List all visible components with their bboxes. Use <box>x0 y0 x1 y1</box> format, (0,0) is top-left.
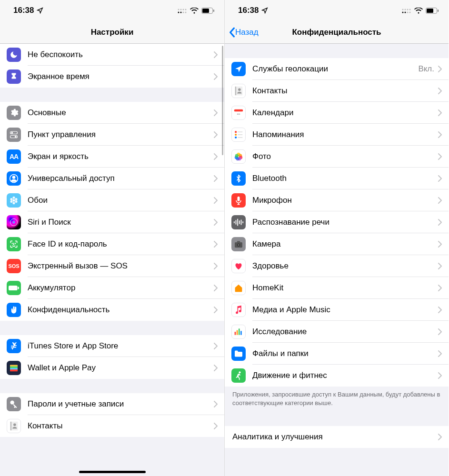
row-contacts[interactable]: Контакты <box>0 415 224 437</box>
svg-point-6 <box>183 9 184 10</box>
aa-icon: AA <box>7 149 21 164</box>
contacts-icon <box>7 419 21 433</box>
heart-icon <box>231 259 246 273</box>
svg-point-1 <box>180 12 182 13</box>
row-research[interactable]: Исследование <box>225 321 449 343</box>
switches-icon <box>7 128 21 142</box>
row-label: Камера <box>252 239 438 249</box>
row-label: Bluetooth <box>252 174 438 183</box>
row-faceid[interactable]: Face ID и код-пароль <box>0 233 224 255</box>
row-display[interactable]: AAЭкран и яркость <box>0 146 224 168</box>
row-siri[interactable]: Siri и Поиск <box>0 211 224 233</box>
battery-icon <box>7 281 21 295</box>
person-circle-icon <box>7 171 21 186</box>
row-label: Аналитика и улучшения <box>232 432 438 442</box>
chevron-right-icon <box>438 131 442 138</box>
row-label: Wallet и Apple Pay <box>28 363 214 373</box>
reminders-icon <box>231 128 246 142</box>
svg-point-3 <box>185 12 187 13</box>
group-footer: Приложения, запросившие доступ к Вашим д… <box>225 387 449 412</box>
chevron-right-icon <box>214 285 218 291</box>
chevron-right-icon <box>438 307 442 313</box>
chevron-right-icon <box>214 263 218 269</box>
chevron-right-icon <box>214 241 218 248</box>
row-accessibility[interactable]: Универсальный доступ <box>0 168 224 189</box>
page-title: Настройки <box>0 28 224 37</box>
row-speech[interactable]: Распознавание речи <box>225 211 449 233</box>
row-sos[interactable]: SOSЭкстренный вызов — SOS <box>0 255 224 277</box>
privacy-list[interactable]: Службы геолокацииВкл.Контакты···Календар… <box>225 44 449 476</box>
status-bar: 16:38 <box>0 0 224 21</box>
status-time: 16:38 <box>13 6 34 15</box>
row-microphone[interactable]: Микрофон <box>225 189 449 211</box>
svg-point-18 <box>13 197 15 199</box>
row-wallpaper[interactable]: Обои <box>0 189 224 211</box>
chevron-right-icon <box>438 175 442 182</box>
row-health[interactable]: Здоровье <box>225 255 449 277</box>
row-label: iTunes Store и App Store <box>28 341 214 351</box>
home-indicator[interactable] <box>79 471 146 473</box>
row-analytics[interactable]: Аналитика и улучшения <box>225 426 449 448</box>
row-contacts2[interactable]: Контакты <box>225 80 449 102</box>
svg-point-14 <box>15 136 17 138</box>
row-battery[interactable]: Аккумулятор <box>0 277 224 299</box>
svg-point-43 <box>409 9 411 10</box>
svg-point-0 <box>178 12 180 13</box>
calendar-icon: ··· <box>231 106 246 120</box>
back-label: Назад <box>235 28 259 37</box>
row-motion[interactable]: Движение и фитнес <box>225 365 449 387</box>
row-label: Контакты <box>28 421 214 431</box>
moon-icon <box>7 48 21 62</box>
music-icon <box>231 303 246 317</box>
svg-point-12 <box>11 132 13 134</box>
row-general[interactable]: Основные <box>0 102 224 124</box>
svg-rect-51 <box>234 109 243 112</box>
row-controlcenter[interactable]: Пункт управления <box>0 124 224 146</box>
chevron-right-icon <box>438 153 442 160</box>
row-itunes[interactable]: iTunes Store и App Store <box>0 335 224 357</box>
svg-point-42 <box>407 9 409 10</box>
row-label: Универсальный доступ <box>28 174 214 183</box>
row-homekit[interactable]: HomeKit <box>225 277 449 299</box>
svg-point-35 <box>13 424 16 426</box>
row-reminders[interactable]: Напоминания <box>225 124 449 146</box>
row-dnd[interactable]: Не беспокоить <box>0 44 224 66</box>
svg-point-53 <box>235 131 237 133</box>
row-files[interactable]: Файлы и папки <box>225 343 449 365</box>
svg-point-22 <box>10 200 13 203</box>
row-location[interactable]: Службы геолокацииВкл. <box>225 58 449 80</box>
row-bluetooth[interactable]: Bluetooth <box>225 168 449 189</box>
wifi-icon <box>190 8 199 14</box>
bars-icon <box>231 325 246 339</box>
svg-point-37 <box>405 12 406 13</box>
settings-list[interactable]: Не беспокоитьЭкранное времяОсновныеПункт… <box>0 44 224 476</box>
svg-point-32 <box>10 401 14 405</box>
faceid-icon <box>7 237 21 251</box>
svg-point-16 <box>13 176 15 178</box>
chevron-right-icon <box>438 372 442 379</box>
row-media[interactable]: Медиа и Apple Music <box>225 299 449 321</box>
row-screentime[interactable]: Экранное время <box>0 66 224 88</box>
row-wallet[interactable]: Wallet и Apple Pay <box>0 357 224 379</box>
svg-point-65 <box>235 154 239 158</box>
svg-point-75 <box>238 244 239 246</box>
svg-rect-70 <box>239 220 240 224</box>
chevron-right-icon <box>438 328 442 335</box>
back-button[interactable]: Назад <box>225 27 259 38</box>
row-label: Исследование <box>252 327 438 337</box>
row-passwords[interactable]: Пароли и учетные записи <box>0 393 224 415</box>
svg-rect-45 <box>427 9 433 13</box>
battery-icon <box>201 8 215 14</box>
row-privacy[interactable]: Конфиденциальность <box>0 299 224 321</box>
chevron-right-icon <box>214 307 218 313</box>
row-calendars[interactable]: ···Календари <box>225 102 449 124</box>
row-label: Face ID и код-пароль <box>28 239 214 249</box>
row-photos[interactable]: Фото <box>225 146 449 168</box>
svg-rect-58 <box>238 137 242 138</box>
svg-rect-10 <box>213 10 214 12</box>
row-camera[interactable]: Камера <box>225 233 449 255</box>
folder-icon <box>231 347 246 361</box>
status-time: 16:38 <box>238 6 259 15</box>
svg-point-2 <box>183 12 184 13</box>
svg-point-36 <box>402 12 404 13</box>
